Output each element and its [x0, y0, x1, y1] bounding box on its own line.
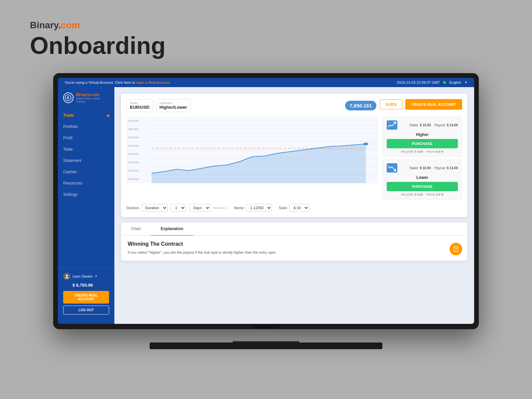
- tab-explanation[interactable]: Explanation: [151, 222, 193, 235]
- sidebar-logo-text: Binary.com Sharp Prices, Smart Trading.: [76, 92, 109, 103]
- price-badge: 7,850.161: [345, 101, 377, 110]
- bottom-tabs: Chart Explanation: [121, 222, 467, 236]
- logout-button[interactable]: LOG OUT: [63, 306, 109, 315]
- duration-label: Duration: [126, 206, 139, 210]
- higher-option-card: Stake: $ 10.00 Payout: $ 14.69 Higher: [382, 117, 462, 157]
- sidebar-item-trade[interactable]: Trade: [58, 110, 114, 121]
- create-real-main-button[interactable]: CREATE REAL ACCOUNT: [405, 99, 462, 110]
- sidebar-nav: Trade Portfolio Profit Table Statement C…: [58, 110, 114, 268]
- user-dropdown-icon[interactable]: ▼: [95, 275, 98, 278]
- svg-text:?: ?: [455, 247, 457, 251]
- user-avatar: [63, 273, 70, 280]
- user-balance: $ 6,793.96: [72, 283, 109, 288]
- guide-button[interactable]: GUIDE: [380, 99, 403, 109]
- chart-area: 7870.000 7860.000 7850.000 7840.000 7830…: [126, 117, 378, 183]
- trade-card: Forex EUR/USD Up/Down Higher/Lower 7,850…: [121, 94, 467, 217]
- sidebar-item-table[interactable]: Table: [58, 144, 114, 155]
- trade-options: Stake: $ 10.00 Payout: $ 14.69 Higher: [382, 117, 462, 200]
- svg-point-11: [363, 143, 368, 145]
- lower-stake-info: Stake: $ 10.00 Payout: $ 14.69: [409, 166, 458, 170]
- higher-option-icon: [387, 120, 397, 130]
- trade-header: Forex EUR/USD Up/Down Higher/Lower 7,850…: [126, 99, 462, 112]
- top-bar-right: 2019-13-03 22:09:37 GMT English ▼: [397, 80, 467, 84]
- forex-selector[interactable]: Forex EUR/USD: [126, 99, 153, 112]
- higher-stake-info: Stake: $ 10.00 Payout: $ 14.69: [409, 123, 458, 127]
- sidebar-item-cashier[interactable]: Cashier: [58, 166, 114, 178]
- bottom-section: Chart Explanation Winning The Contract I…: [121, 222, 467, 261]
- svg-text:B: B: [67, 96, 69, 100]
- contract-title: Winning The Contract: [128, 241, 461, 247]
- virtual-account-message: You're using a Virtual Account. Click he…: [65, 80, 136, 84]
- tab-chart[interactable]: Chart: [121, 222, 151, 235]
- updown-label: Up/Down: [160, 101, 187, 105]
- user-name: Liam Davies: [72, 274, 93, 278]
- chart-y-labels: 7870.000 7860.000 7850.000 7840.000 7830…: [128, 117, 139, 183]
- sidebar-item-portfolio[interactable]: Portfolio: [58, 121, 114, 132]
- duration-select[interactable]: Duration: [141, 204, 168, 212]
- duration-unit-select[interactable]: Days: [189, 204, 210, 212]
- updown-selector[interactable]: Up/Down Higher/Lower: [156, 99, 191, 112]
- brand-line: Binary. com: [30, 20, 166, 31]
- lower-option-card: Stake: $ 10.00 Payout: $ 14.69 Lower: [382, 160, 462, 200]
- brand-onboarding: Onboarding: [30, 32, 166, 59]
- barrier-select[interactable]: 1.12392: [246, 204, 272, 212]
- sidebar-item-settings[interactable]: Settings: [58, 189, 114, 200]
- branding-area: Binary. com Onboarding: [30, 20, 166, 59]
- trade-buttons: GUIDE CREATE REAL ACCOUNT: [380, 99, 462, 110]
- duration-value-group: 1: [171, 204, 186, 212]
- stake-group: Stake $ 10: [279, 204, 309, 212]
- stake-select[interactable]: $ 10: [289, 204, 309, 212]
- sidebar-item-profit[interactable]: Profit: [58, 132, 114, 144]
- forex-label: Forex: [130, 101, 150, 105]
- sidebar-create-real-button[interactable]: CREATE REAL ACCOUNT: [63, 291, 109, 304]
- sidebar: B Binary.com Sharp Prices, Smart Trading…: [58, 87, 114, 324]
- chart-container: 7870.000 7860.000 7850.000 7840.000 7830…: [126, 117, 462, 200]
- top-bar: You're using a Virtual Account. Click he…: [58, 78, 474, 87]
- laptop-notch: [253, 325, 279, 329]
- brand-com: com: [61, 20, 80, 31]
- language-selector[interactable]: English: [449, 80, 461, 84]
- higher-footer: Net profit: $ 4.69 Return 6.9 %: [387, 150, 458, 153]
- barrier-label: Barrier: [234, 206, 244, 210]
- lower-purchase-button[interactable]: PURCHASE: [387, 182, 458, 191]
- chart-svg: [126, 117, 378, 183]
- logo-icon: B: [63, 92, 73, 103]
- sidebar-user: Liam Davies ▼ $ 6,793.96 CREATE REAL ACC…: [58, 268, 114, 319]
- logo-brand: Binary.com: [76, 92, 109, 97]
- top-bar-left: You're using a Virtual Account. Click he…: [65, 80, 170, 84]
- contract-desc: If you select "Higher", you win the payo…: [128, 250, 461, 255]
- laptop-base: [150, 342, 382, 349]
- stake-label: Stake: [279, 206, 287, 210]
- sidebar-logo: B Binary.com Sharp Prices, Smart Trading…: [58, 92, 114, 110]
- duration-unit-group: Days: [189, 204, 210, 212]
- sidebar-item-resources[interactable]: Resources: [58, 178, 114, 189]
- main-layout: B Binary.com Sharp Prices, Smart Trading…: [58, 87, 474, 324]
- trade-select-group: Forex EUR/USD Up/Down Higher/Lower: [126, 99, 342, 112]
- controls-row: Duration Duration 1: [126, 204, 462, 212]
- lower-option-header: Stake: $ 10.00 Payout: $ 14.69: [387, 163, 458, 173]
- open-real-account-link[interactable]: open a Real Account: [136, 80, 170, 84]
- bottom-content: Winning The Contract If you select "High…: [121, 236, 467, 261]
- datetime-display: 2019-13-03 22:09:37 GMT: [397, 80, 440, 84]
- connection-status-dot: [443, 81, 446, 84]
- svg-point-2: [66, 275, 68, 277]
- forex-value: EUR/USD: [130, 105, 150, 110]
- lower-option-icon: [387, 163, 397, 173]
- higher-purchase-button[interactable]: PURCHASE: [387, 139, 458, 148]
- help-button[interactable]: ?: [450, 243, 462, 255]
- updown-value: Higher/Lower: [160, 105, 187, 110]
- brand-binary: Binary.: [30, 20, 61, 31]
- lang-dropdown-icon[interactable]: ▼: [465, 81, 467, 84]
- higher-label: Higher: [387, 132, 458, 137]
- laptop-body: You're using a Virtual Account. Click he…: [53, 73, 479, 329]
- barrier-group: Barrier 1.12392: [234, 204, 272, 212]
- lower-label: Lower: [387, 175, 458, 180]
- sidebar-item-statement[interactable]: Statement: [58, 155, 114, 166]
- duration-group: Duration Duration: [126, 204, 168, 212]
- duration-minimum: Minimum: 1: [214, 206, 227, 209]
- duration-value-select[interactable]: 1: [171, 204, 186, 212]
- laptop-screen: You're using a Virtual Account. Click he…: [58, 78, 474, 324]
- lower-footer: Net profit: $ 4.69 Return 6.9 %: [387, 193, 458, 196]
- higher-option-header: Stake: $ 10.00 Payout: $ 14.69: [387, 120, 458, 130]
- user-info: Liam Davies ▼: [63, 273, 109, 280]
